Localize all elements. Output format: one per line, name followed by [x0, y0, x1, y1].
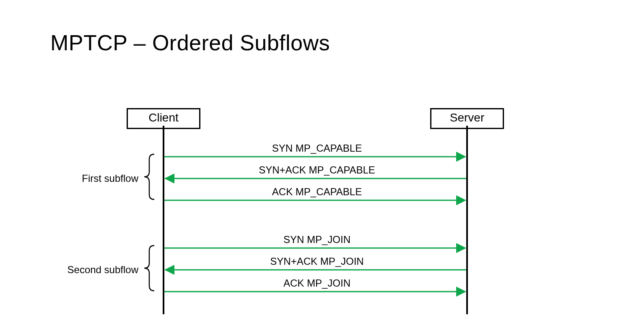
arrows-layer [0, 0, 644, 331]
brace-first [144, 154, 154, 199]
brace-second [144, 246, 154, 291]
sequence-diagram: Client Server SYN MP_CAPABLE SYN+ACK MP_… [0, 0, 644, 331]
